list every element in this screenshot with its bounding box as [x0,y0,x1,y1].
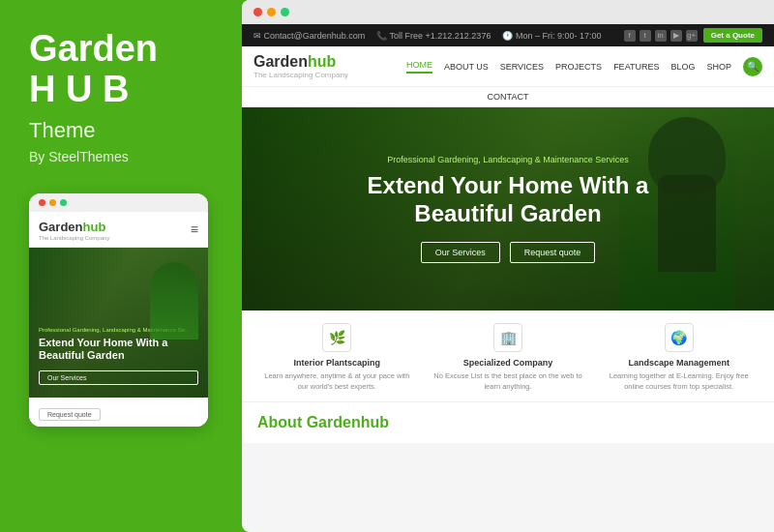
topbar-hours: 🕐 Mon – Fri: 9:00- 17:00 [502,31,601,41]
top-bar: ✉ Contact@Gardenhub.com 📞 Toll Free +1.2… [242,24,774,46]
brand-title: Garden H U B [29,29,218,110]
nav-shop[interactable]: SHOP [706,62,731,72]
nav-about[interactable]: ABOUT US [444,62,489,72]
service-item-2: 🏢 Specialized Company No Excuse List is … [423,323,594,392]
hero-request-button[interactable]: Request quote [510,242,596,263]
dot-green [60,199,67,206]
right-panel: ✉ Contact@Gardenhub.com 📞 Toll Free +1.2… [242,0,774,532]
nav-projects[interactable]: PROJECTS [555,62,602,72]
mobile-header: Gardenhub The Landscaping Company ≡ [29,212,208,248]
nav-contact[interactable]: CONTACT [488,92,529,102]
service-item-3: 🌍 Landscape Management Learning together… [593,323,764,392]
dot-yellow [267,8,276,16]
main-nav: Gardenhub The Landscaping Company HOME A… [242,46,774,87]
dot-yellow [49,199,56,206]
left-panel: Garden H U B Theme By SteelThemes Garden… [0,0,237,532]
nav-links: HOME ABOUT US SERVICES PROJECTS FEATURES… [406,57,762,76]
service-title-2: Specialized Company [431,358,586,368]
top-bar-right: f t in ▶ g+ Get a Quote [624,28,762,43]
nav-logo: Gardenhub The Landscaping Company [253,53,348,79]
twitter-icon[interactable]: t [640,30,651,42]
nav-services[interactable]: SERVICES [500,62,544,72]
get-quote-button[interactable]: Get a Quote [703,28,762,43]
hero-buttons: Our Services Request quote [421,242,596,263]
mobile-logo: Gardenhub The Landscaping Company [39,218,109,241]
dot-green [281,8,289,16]
hero-section: Professional Gardening, Landscaping & Ma… [242,107,774,310]
mobile-preview: Gardenhub The Landscaping Company ≡ Prof… [29,193,208,427]
desktop-window-dots [242,0,774,24]
mobile-hero-person [150,262,198,340]
service-title-1: Interior Plantscaping [259,358,415,368]
services-strip: 🌿 Interior Plantscaping Learn anywhere, … [242,310,774,401]
mobile-hero-btn-request[interactable]: Request quote [39,408,101,421]
about-section: About Gardenhub [242,401,774,443]
service-icon-3: 🌍 [665,323,694,352]
dot-red [253,8,262,16]
youtube-icon[interactable]: ▶ [670,30,682,42]
topbar-email: ✉ Contact@Gardenhub.com [253,31,365,41]
brand-theme: Theme [29,118,218,143]
mobile-menu-icon[interactable]: ≡ [191,222,198,237]
mobile-hero: Professional Gardening, Landscaping & Ma… [29,248,208,398]
about-title: About Gardenhub [257,414,759,431]
mobile-hero-title: Extend Your Home With a Beautiful Garden [39,337,198,362]
nav-blog[interactable]: BLOG [670,62,695,72]
search-button[interactable]: 🔍 [743,57,762,76]
nav-features[interactable]: FEATURES [613,62,659,72]
hero-services-button[interactable]: Our Services [421,242,500,263]
social-icons: f t in ▶ g+ [624,30,698,42]
service-icon-2: 🏢 [493,323,522,352]
second-nav: CONTACT [242,87,774,107]
nav-home[interactable]: HOME [406,60,432,74]
hero-title: Extend Your Home With a Beautiful Garden [353,172,663,228]
service-desc-2: No Excuse List is the best place on the … [431,371,586,392]
facebook-icon[interactable]: f [624,30,636,42]
gplus-icon[interactable]: g+ [686,30,698,42]
brand-by: By SteelThemes [29,149,218,164]
service-desc-1: Learn anywhere, anytime & at your pace w… [259,371,415,392]
mobile-logo-sub: The Landscaping Company [39,235,109,241]
mobile-hero-btn-services[interactable]: Our Services [39,370,198,385]
hero-subtitle: Professional Gardening, Landscaping & Ma… [387,155,629,164]
topbar-phone: 📞 Toll Free +1.212.212.2376 [376,31,491,41]
top-bar-left: ✉ Contact@Gardenhub.com 📞 Toll Free +1.2… [253,31,601,41]
service-desc-3: Learning together at E-Learning. Enjoy f… [601,371,757,392]
mobile-request-btn-area: Request quote [29,398,208,427]
service-item-1: 🌿 Interior Plantscaping Learn anywhere, … [252,323,423,392]
mobile-window-dots [29,193,208,212]
service-icon-1: 🌿 [322,323,351,352]
service-title-3: Landscape Management [601,358,757,368]
dot-red [39,199,45,206]
linkedin-icon[interactable]: in [655,30,667,42]
